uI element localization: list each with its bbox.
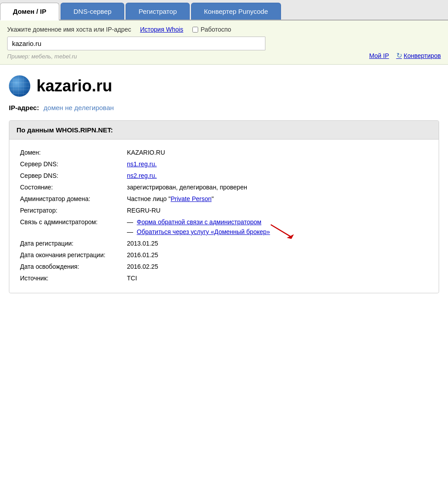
dns1-link[interactable]: ns1.reg.ru. — [127, 160, 157, 168]
svg-line-0 — [271, 225, 290, 236]
domain-title-row: kazario.ru — [9, 75, 439, 97]
globe-icon — [9, 75, 30, 97]
field-label: Регистратор: — [16, 205, 123, 216]
convert-label: Конвертиров — [404, 52, 441, 59]
whois-table: Домен: KAZARIO.RU Сервер DNS: ns1.reg.ru… — [16, 147, 432, 284]
field-value-contact: — Форма обратной связи с администратором — [123, 216, 432, 238]
field-value-dns1: ns1.reg.ru. — [123, 158, 432, 170]
search-label: Укажите доменное имя хоста или IP-адрес — [7, 26, 131, 33]
field-value: KAZARIO.RU — [123, 147, 432, 158]
field-label: Дата регистрации: — [16, 238, 123, 249]
table-row: Администратор домена: Частное лицо "Priv… — [16, 193, 432, 205]
field-label: Домен: — [16, 147, 123, 158]
dash2: — — [127, 228, 133, 235]
ip-label: IP-адрес: — [9, 104, 39, 111]
input-hint: Пример: мебель, mebel.ru — [7, 53, 77, 60]
availability-label: Работоспо — [201, 26, 232, 33]
domain-title: kazario.ru — [37, 77, 112, 95]
table-row: Связь с администратором: — Форма обратно… — [16, 216, 432, 238]
field-label: Источник: — [16, 272, 123, 284]
main-content: kazario.ru IP-адрес: домен не делегирова… — [0, 65, 448, 302]
whois-content: Домен: KAZARIO.RU Сервер DNS: ns1.reg.ru… — [9, 140, 439, 293]
search-area: Укажите доменное имя хоста или IP-адрес … — [0, 21, 448, 65]
field-value: 2016.01.25 — [123, 249, 432, 261]
my-ip-link[interactable]: Мой IP — [369, 52, 389, 59]
field-label: Дата окончания регистрации: — [16, 249, 123, 261]
domain-broker-link[interactable]: Обратиться через услугу «Доменный брокер… — [137, 228, 270, 235]
field-value: зарегистрирован, делегирован, проверен — [123, 181, 432, 193]
table-row: Сервер DNS: ns2.reg.ru. — [16, 170, 432, 181]
field-value: 2016.02.25 — [123, 261, 432, 272]
tab-dns-server[interactable]: DNS-сервер — [61, 3, 124, 20]
whois-header: По данным WHOIS.RIPN.NET: — [9, 121, 439, 140]
field-value-admin: Частное лицо "Private Person" — [123, 193, 432, 205]
table-row: Регистратор: REGRU-RU — [16, 205, 432, 216]
dash1: — — [127, 218, 133, 226]
input-row — [7, 37, 441, 50]
field-value: REGRU-RU — [123, 205, 432, 216]
field-label: Дата освобождения: — [16, 261, 123, 272]
domain-input[interactable] — [7, 37, 265, 50]
table-row: Сервер DNS: ns1.reg.ru. — [16, 158, 432, 170]
tab-registrar[interactable]: Регистратор — [126, 3, 190, 20]
contact-link1-container: Форма обратной связи с администратором — [137, 218, 261, 226]
ip-address-row: IP-адрес: домен не делегирован — [9, 104, 439, 111]
availability-checkbox[interactable] — [192, 27, 198, 33]
table-row: Дата регистрации: 2013.01.25 — [16, 238, 432, 249]
input-hint-row: Пример: мебель, mebel.ru Мой IP ↻ Конвер… — [7, 51, 441, 60]
refresh-icon: ↻ — [396, 51, 402, 60]
whois-box: По данным WHOIS.RIPN.NET: Домен: KAZARIO… — [9, 120, 439, 293]
history-link[interactable]: История Whois — [140, 26, 183, 33]
table-row: Домен: KAZARIO.RU — [16, 147, 432, 158]
ip-value: домен не делегирован — [44, 104, 114, 111]
availability-row: Работоспо — [192, 26, 232, 33]
table-row: Источник: TCI — [16, 272, 432, 284]
tab-punycode[interactable]: Конвертер Punycode — [191, 3, 281, 20]
field-label: Состояние: — [16, 181, 123, 193]
input-actions: Мой IP ↻ Конвертиров — [369, 51, 441, 60]
field-label: Сервер DNS: — [16, 158, 123, 170]
red-arrow-annotation — [266, 223, 297, 241]
table-row: Дата освобождения: 2016.02.25 — [16, 261, 432, 272]
tabs-bar: Домен / IP DNS-сервер Регистратор Конвер… — [0, 0, 448, 21]
private-person-link[interactable]: Private Person — [171, 195, 212, 202]
contact-form-link[interactable]: Форма обратной связи с администратором — [137, 218, 261, 226]
field-label: Связь с администратором: — [16, 216, 123, 238]
table-row: Состояние: зарегистрирован, делегирован,… — [16, 181, 432, 193]
dns2-link[interactable]: ns2.reg.ru. — [127, 172, 157, 179]
field-value: TCI — [123, 272, 432, 284]
convert-link[interactable]: ↻ Конвертиров — [396, 51, 441, 60]
field-value-dns2: ns2.reg.ru. — [123, 170, 432, 181]
tab-domain-ip[interactable]: Домен / IP — [0, 3, 59, 21]
table-row: Дата окончания регистрации: 2016.01.25 — [16, 249, 432, 261]
field-label: Администратор домена: — [16, 193, 123, 205]
input-wrapper: Пример: мебель, mebel.ru Мой IP ↻ Конвер… — [7, 37, 441, 60]
field-label: Сервер DNS: — [16, 170, 123, 181]
